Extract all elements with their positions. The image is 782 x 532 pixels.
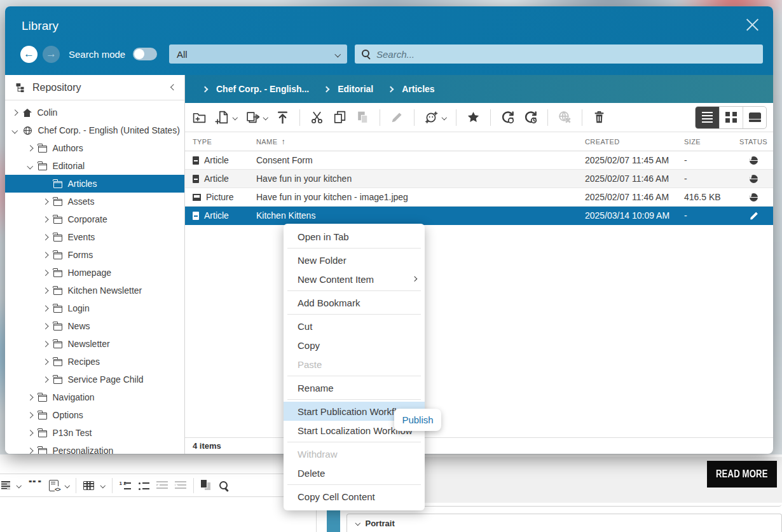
new-content-item-button[interactable] bbox=[215, 110, 237, 125]
new-folder-button[interactable] bbox=[192, 110, 207, 125]
menu-item-new-content-item[interactable]: New Content Item bbox=[284, 269, 425, 289]
list-view-button[interactable] bbox=[696, 107, 719, 128]
expand-icon[interactable] bbox=[43, 287, 48, 293]
tree-item-options[interactable]: Options bbox=[5, 406, 184, 424]
tree-item-homepage[interactable]: Homepage bbox=[5, 264, 184, 282]
expand-icon[interactable] bbox=[43, 341, 48, 346]
expand-icon[interactable] bbox=[43, 305, 48, 311]
create-variant-button[interactable] bbox=[424, 110, 446, 125]
unordered-list-icon[interactable] bbox=[138, 481, 149, 490]
code-block-icon[interactable] bbox=[49, 480, 58, 491]
menu-item-paste[interactable]: Paste bbox=[284, 355, 425, 374]
copy-button[interactable] bbox=[333, 110, 347, 125]
expand-icon[interactable] bbox=[27, 412, 33, 418]
expand-icon[interactable] bbox=[43, 252, 48, 257]
chevron-down-icon[interactable] bbox=[64, 483, 69, 488]
menu-item-copy-cell-content[interactable]: Copy Cell Content bbox=[284, 487, 425, 506]
expand-icon[interactable] bbox=[43, 269, 48, 275]
publish-schedule-button[interactable] bbox=[523, 110, 538, 125]
breadcrumb-articles[interactable]: Articles bbox=[402, 84, 434, 94]
tree-item-news[interactable]: News bbox=[5, 317, 184, 335]
tree-item-p13n-test[interactable]: P13n Test bbox=[5, 424, 184, 442]
publish-button[interactable] bbox=[500, 110, 515, 125]
expand-icon[interactable] bbox=[43, 198, 48, 204]
expand-icon[interactable] bbox=[27, 145, 33, 151]
upload-button[interactable] bbox=[275, 110, 290, 125]
table-row[interactable]: Article Consent Form 2025/02/07 11:45 AM… bbox=[185, 151, 773, 170]
tree-item-service-page-child[interactable]: Service Page Child bbox=[5, 371, 184, 388]
tree-item-corporate[interactable]: Corporate bbox=[5, 210, 184, 228]
edit-button[interactable] bbox=[390, 110, 404, 125]
table-row[interactable]: Picture Have fun in your kitchen - image… bbox=[185, 188, 773, 207]
type-filter-dropdown[interactable]: All bbox=[169, 44, 347, 64]
back-icon[interactable]: ← bbox=[20, 46, 38, 63]
paste-button[interactable] bbox=[355, 110, 370, 125]
menu-item-open-in-tab[interactable]: Open in Tab bbox=[284, 227, 425, 246]
forward-icon[interactable]: → bbox=[43, 46, 60, 63]
withdraw-button[interactable] bbox=[558, 110, 572, 125]
menu-item-rename[interactable]: Rename bbox=[284, 378, 425, 397]
close-icon[interactable] bbox=[743, 15, 762, 34]
tree-item-navigation[interactable]: Navigation bbox=[5, 388, 184, 406]
expand-icon[interactable] bbox=[43, 216, 48, 222]
table-icon[interactable] bbox=[83, 481, 94, 490]
menu-item-delete[interactable]: Delete bbox=[284, 463, 425, 482]
bookmark-button[interactable] bbox=[466, 110, 481, 125]
tree-item-newsletter[interactable]: Newsletter bbox=[5, 335, 184, 353]
expand-icon[interactable] bbox=[27, 394, 33, 400]
column-created[interactable]: CREATED bbox=[585, 138, 684, 146]
search-field[interactable] bbox=[355, 44, 763, 64]
column-status[interactable]: STATUS bbox=[734, 138, 773, 146]
table-row-selected[interactable]: Article Kitchen Kittens 2025/03/14 10:09… bbox=[185, 207, 773, 225]
search-mode-toggle[interactable] bbox=[133, 48, 157, 60]
delete-button[interactable] bbox=[592, 110, 607, 125]
table-row[interactable]: Article Have fun in your kitchen 2025/02… bbox=[185, 170, 773, 188]
blockquote-icon[interactable]: ““ bbox=[28, 481, 42, 491]
chevron-down-icon[interactable] bbox=[17, 483, 22, 488]
column-name[interactable]: NAME↑ bbox=[256, 137, 585, 146]
tree-item-chef-corp[interactable]: Chef Corp. - English (United States) bbox=[5, 121, 184, 139]
thumbnail-view-button[interactable] bbox=[719, 107, 743, 128]
tree-item-personalization[interactable]: Personalization bbox=[5, 442, 184, 454]
find-replace-icon[interactable] bbox=[218, 480, 229, 491]
outdent-icon[interactable] bbox=[156, 481, 168, 489]
menu-item-cut[interactable]: Cut bbox=[284, 317, 425, 336]
menu-item-new-folder[interactable]: New Folder bbox=[284, 250, 425, 269]
menu-item-add-bookmark[interactable]: Add Bookmark bbox=[284, 293, 425, 312]
chevron-down-icon[interactable] bbox=[100, 483, 106, 488]
tree-item-assets[interactable]: Assets bbox=[5, 193, 184, 210]
tree-item-login[interactable]: Login bbox=[5, 299, 184, 317]
copy-to-folder-button[interactable] bbox=[245, 110, 268, 125]
card-view-button[interactable] bbox=[743, 107, 766, 128]
expand-icon[interactable] bbox=[43, 323, 48, 329]
paste-icon[interactable] bbox=[201, 480, 211, 491]
tree-item-recipes[interactable]: Recipes bbox=[5, 353, 184, 371]
collapse-icon[interactable] bbox=[27, 163, 33, 168]
expand-icon[interactable] bbox=[43, 234, 48, 240]
expand-icon[interactable] bbox=[43, 358, 48, 364]
cut-button[interactable] bbox=[310, 110, 324, 125]
search-input[interactable] bbox=[376, 49, 756, 60]
tree-item-events[interactable]: Events bbox=[5, 228, 184, 246]
indent-icon[interactable] bbox=[175, 481, 186, 489]
expand-icon[interactable] bbox=[43, 376, 48, 382]
expand-icon[interactable] bbox=[27, 430, 33, 435]
align-icon[interactable] bbox=[1, 481, 10, 489]
tree-item-authors[interactable]: Authors bbox=[5, 139, 184, 157]
collapse-icon[interactable] bbox=[12, 127, 18, 133]
column-size[interactable]: SIZE bbox=[684, 138, 734, 146]
ordered-list-icon[interactable] bbox=[120, 481, 131, 490]
column-type[interactable]: TYPE bbox=[193, 138, 256, 146]
tree-item-forms[interactable]: Forms bbox=[5, 246, 184, 264]
collapse-sidebar-icon[interactable] bbox=[170, 85, 176, 90]
tree-item-kitchen-newsletter[interactable]: Kitchen Newsletter bbox=[5, 282, 184, 299]
tree-item-colin[interactable]: Colin bbox=[5, 104, 184, 121]
tree-item-editorial[interactable]: Editorial bbox=[5, 157, 184, 175]
expand-icon[interactable] bbox=[27, 447, 33, 453]
breadcrumb-site[interactable]: Chef Corp. - English... bbox=[216, 84, 309, 94]
expand-icon[interactable] bbox=[12, 109, 18, 115]
menu-item-copy[interactable]: Copy bbox=[284, 336, 425, 355]
tree-item-articles[interactable]: Articles bbox=[5, 175, 184, 193]
portrait-section[interactable]: Portrait bbox=[346, 514, 782, 532]
menu-item-withdraw[interactable]: Withdraw bbox=[284, 444, 425, 463]
